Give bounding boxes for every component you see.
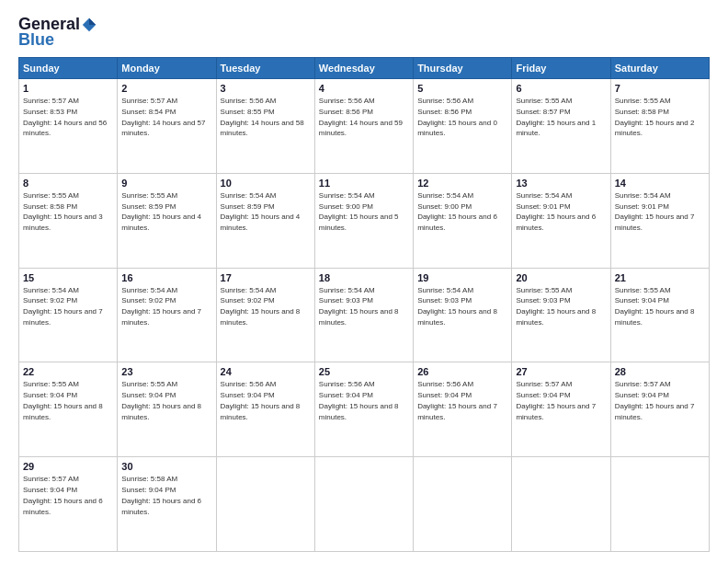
day-number: 26 — [417, 366, 507, 377]
calendar-day-cell: 27Sunrise: 5:57 AMSunset: 9:04 PMDayligh… — [512, 362, 610, 457]
day-number: 22 — [23, 366, 113, 377]
day-number: 28 — [615, 366, 705, 377]
day-info: Sunrise: 5:56 AMSunset: 9:04 PMDaylight:… — [221, 380, 301, 420]
calendar-week-row: 15Sunrise: 5:54 AMSunset: 9:02 PMDayligh… — [19, 268, 710, 362]
weekday-header: Friday — [512, 58, 610, 79]
day-number: 14 — [615, 178, 705, 189]
calendar-week-row: 22Sunrise: 5:55 AMSunset: 9:04 PMDayligh… — [19, 362, 710, 457]
calendar-day-cell: 7Sunrise: 5:55 AMSunset: 8:58 PMDaylight… — [610, 79, 709, 174]
day-info: Sunrise: 5:56 AMSunset: 8:55 PMDaylight:… — [221, 97, 304, 137]
calendar-day-cell: 8Sunrise: 5:55 AMSunset: 8:58 PMDaylight… — [19, 173, 118, 268]
day-info: Sunrise: 5:57 AMSunset: 9:04 PMDaylight:… — [516, 380, 596, 420]
calendar-day-cell — [610, 457, 709, 552]
day-info: Sunrise: 5:58 AMSunset: 9:04 PMDaylight:… — [121, 475, 201, 515]
calendar-day-cell: 16Sunrise: 5:54 AMSunset: 9:02 PMDayligh… — [118, 268, 216, 362]
day-number: 29 — [23, 461, 113, 472]
day-number: 6 — [516, 83, 606, 94]
calendar-day-cell: 28Sunrise: 5:57 AMSunset: 9:04 PMDayligh… — [610, 362, 709, 457]
logo-icon — [81, 17, 97, 33]
weekday-header: Monday — [118, 58, 216, 79]
day-info: Sunrise: 5:57 AMSunset: 8:53 PMDaylight:… — [23, 97, 107, 137]
calendar-table: SundayMondayTuesdayWednesdayThursdayFrid… — [18, 57, 710, 552]
day-number: 7 — [615, 83, 705, 94]
svg-marker-1 — [89, 17, 96, 24]
day-number: 20 — [516, 272, 606, 283]
day-number: 16 — [121, 272, 211, 283]
day-number: 17 — [221, 272, 311, 283]
calendar-day-cell: 6Sunrise: 5:55 AMSunset: 8:57 PMDaylight… — [512, 79, 610, 174]
day-number: 19 — [417, 272, 507, 283]
day-number: 21 — [615, 272, 705, 283]
calendar-day-cell: 19Sunrise: 5:54 AMSunset: 9:03 PMDayligh… — [414, 268, 512, 362]
day-number: 25 — [319, 366, 409, 377]
calendar-day-cell: 3Sunrise: 5:56 AMSunset: 8:55 PMDaylight… — [216, 79, 314, 174]
day-info: Sunrise: 5:54 AMSunset: 9:01 PMDaylight:… — [615, 191, 695, 232]
day-info: Sunrise: 5:56 AMSunset: 9:04 PMDaylight:… — [417, 380, 497, 420]
calendar-day-cell: 21Sunrise: 5:55 AMSunset: 9:04 PMDayligh… — [610, 268, 709, 362]
calendar-day-cell — [512, 457, 610, 552]
calendar-week-row: 8Sunrise: 5:55 AMSunset: 8:58 PMDaylight… — [19, 173, 710, 268]
weekday-header: Wednesday — [314, 58, 413, 79]
calendar-day-cell: 4Sunrise: 5:56 AMSunset: 8:56 PMDaylight… — [314, 79, 413, 174]
day-number: 24 — [221, 366, 311, 377]
day-info: Sunrise: 5:54 AMSunset: 9:00 PMDaylight:… — [417, 191, 497, 232]
day-number: 23 — [121, 366, 211, 377]
day-number: 13 — [516, 178, 606, 189]
day-info: Sunrise: 5:54 AMSunset: 9:00 PMDaylight:… — [319, 191, 399, 232]
day-info: Sunrise: 5:55 AMSunset: 9:04 PMDaylight:… — [615, 286, 695, 327]
day-number: 11 — [319, 178, 409, 189]
day-info: Sunrise: 5:56 AMSunset: 8:56 PMDaylight:… — [417, 97, 497, 137]
day-number: 5 — [417, 83, 507, 94]
day-info: Sunrise: 5:54 AMSunset: 9:03 PMDaylight:… — [319, 286, 399, 327]
day-info: Sunrise: 5:54 AMSunset: 8:59 PMDaylight:… — [221, 191, 301, 232]
calendar-day-cell: 24Sunrise: 5:56 AMSunset: 9:04 PMDayligh… — [216, 362, 314, 457]
calendar-day-cell: 26Sunrise: 5:56 AMSunset: 9:04 PMDayligh… — [414, 362, 512, 457]
day-info: Sunrise: 5:57 AMSunset: 9:04 PMDaylight:… — [23, 475, 103, 515]
calendar-day-cell: 18Sunrise: 5:54 AMSunset: 9:03 PMDayligh… — [314, 268, 413, 362]
day-number: 1 — [23, 83, 113, 94]
day-info: Sunrise: 5:56 AMSunset: 9:04 PMDaylight:… — [319, 380, 399, 420]
calendar-day-cell — [414, 457, 512, 552]
calendar-day-cell: 20Sunrise: 5:55 AMSunset: 9:03 PMDayligh… — [512, 268, 610, 362]
day-number: 30 — [121, 461, 211, 472]
day-info: Sunrise: 5:55 AMSunset: 9:04 PMDaylight:… — [121, 380, 201, 420]
logo-blue-text: Blue — [18, 30, 54, 50]
weekday-header: Sunday — [19, 58, 118, 79]
header: General Blue — [18, 15, 710, 50]
calendar-day-cell: 5Sunrise: 5:56 AMSunset: 8:56 PMDaylight… — [414, 79, 512, 174]
day-number: 27 — [516, 366, 606, 377]
weekday-header: Thursday — [414, 58, 512, 79]
day-info: Sunrise: 5:54 AMSunset: 9:02 PMDaylight:… — [121, 286, 201, 327]
calendar-day-cell: 23Sunrise: 5:55 AMSunset: 9:04 PMDayligh… — [118, 362, 216, 457]
calendar-day-cell: 17Sunrise: 5:54 AMSunset: 9:02 PMDayligh… — [216, 268, 314, 362]
day-info: Sunrise: 5:54 AMSunset: 9:01 PMDaylight:… — [516, 191, 596, 232]
day-number: 8 — [23, 178, 113, 189]
calendar-week-row: 1Sunrise: 5:57 AMSunset: 8:53 PMDaylight… — [19, 79, 710, 174]
day-info: Sunrise: 5:55 AMSunset: 8:59 PMDaylight:… — [121, 191, 201, 232]
day-info: Sunrise: 5:55 AMSunset: 9:03 PMDaylight:… — [516, 286, 596, 327]
calendar-day-cell — [216, 457, 314, 552]
day-number: 10 — [221, 178, 311, 189]
day-info: Sunrise: 5:55 AMSunset: 8:58 PMDaylight:… — [23, 191, 103, 232]
day-number: 2 — [121, 83, 211, 94]
calendar-header-row: SundayMondayTuesdayWednesdayThursdayFrid… — [19, 58, 710, 79]
day-number: 12 — [417, 178, 507, 189]
calendar-day-cell: 9Sunrise: 5:55 AMSunset: 8:59 PMDaylight… — [118, 173, 216, 268]
day-number: 3 — [221, 83, 311, 94]
day-number: 15 — [23, 272, 113, 283]
calendar-day-cell: 11Sunrise: 5:54 AMSunset: 9:00 PMDayligh… — [314, 173, 413, 268]
day-number: 9 — [121, 178, 211, 189]
day-info: Sunrise: 5:57 AMSunset: 9:04 PMDaylight:… — [615, 380, 695, 420]
calendar-day-cell: 14Sunrise: 5:54 AMSunset: 9:01 PMDayligh… — [610, 173, 709, 268]
logo: General Blue — [18, 15, 97, 50]
calendar-day-cell: 30Sunrise: 5:58 AMSunset: 9:04 PMDayligh… — [118, 457, 216, 552]
calendar-day-cell: 12Sunrise: 5:54 AMSunset: 9:00 PMDayligh… — [414, 173, 512, 268]
day-info: Sunrise: 5:55 AMSunset: 9:04 PMDaylight:… — [23, 380, 103, 420]
calendar-day-cell — [314, 457, 413, 552]
day-info: Sunrise: 5:56 AMSunset: 8:56 PMDaylight:… — [319, 97, 403, 137]
day-info: Sunrise: 5:54 AMSunset: 9:02 PMDaylight:… — [221, 286, 301, 327]
weekday-header: Saturday — [610, 58, 709, 79]
day-info: Sunrise: 5:57 AMSunset: 8:54 PMDaylight:… — [121, 97, 205, 137]
day-info: Sunrise: 5:54 AMSunset: 9:03 PMDaylight:… — [417, 286, 497, 327]
day-info: Sunrise: 5:55 AMSunset: 8:57 PMDaylight:… — [516, 97, 596, 137]
